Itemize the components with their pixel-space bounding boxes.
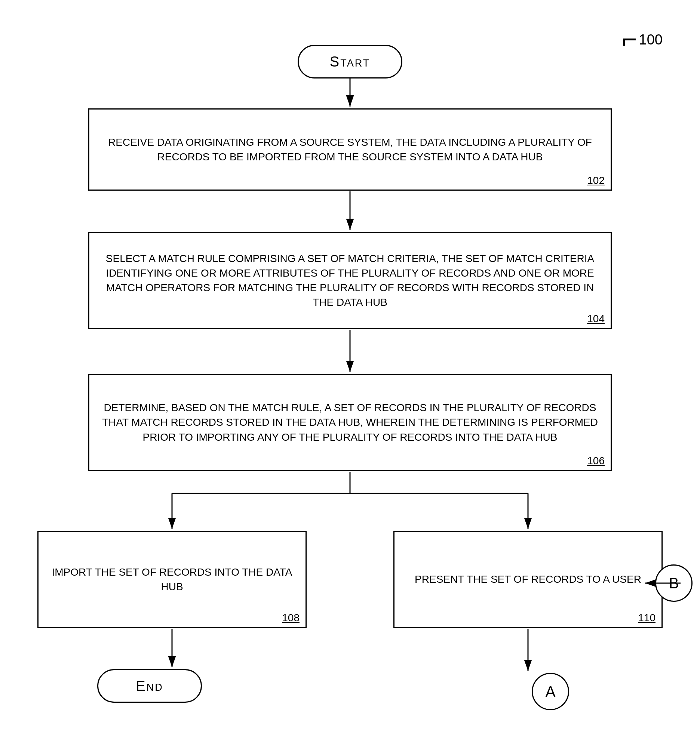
flowchart-diagram: ⌐100 Start Receive data originating from… — [0, 0, 700, 739]
box-110-number: 110 — [638, 612, 656, 624]
end-label: End — [136, 678, 163, 694]
figure-brace: ⌐ — [622, 25, 637, 54]
box-108-number: 108 — [282, 612, 300, 624]
box-102-text: Receive data originating from a source s… — [101, 135, 599, 164]
connector-b-label: B — [669, 575, 679, 592]
box-106: Determine, based on the match rule, a se… — [88, 374, 612, 471]
box-106-number: 106 — [587, 455, 605, 467]
box-104-number: 104 — [587, 313, 605, 325]
start-label: Start — [330, 54, 370, 70]
end-oval: End — [97, 669, 202, 703]
box-108: Import the set of records into the data … — [37, 531, 307, 628]
box-110: Present the set of records to a user 110 — [393, 531, 663, 628]
box-108-text: Import the set of records into the data … — [50, 565, 294, 594]
connector-a-label: A — [546, 683, 556, 700]
figure-label: ⌐100 — [622, 21, 663, 50]
box-102-number: 102 — [587, 175, 605, 187]
connector-a: A — [532, 673, 569, 710]
figure-number: 100 — [639, 32, 663, 47]
box-104-text: Select a match rule comprising a set of … — [101, 251, 599, 310]
connector-b: B — [655, 564, 693, 602]
box-104: Select a match rule comprising a set of … — [88, 232, 612, 329]
box-110-text: Present the set of records to a user — [415, 572, 641, 586]
box-102: Receive data originating from a source s… — [88, 108, 612, 191]
box-106-text: Determine, based on the match rule, a se… — [101, 400, 599, 444]
start-oval: Start — [298, 45, 402, 78]
